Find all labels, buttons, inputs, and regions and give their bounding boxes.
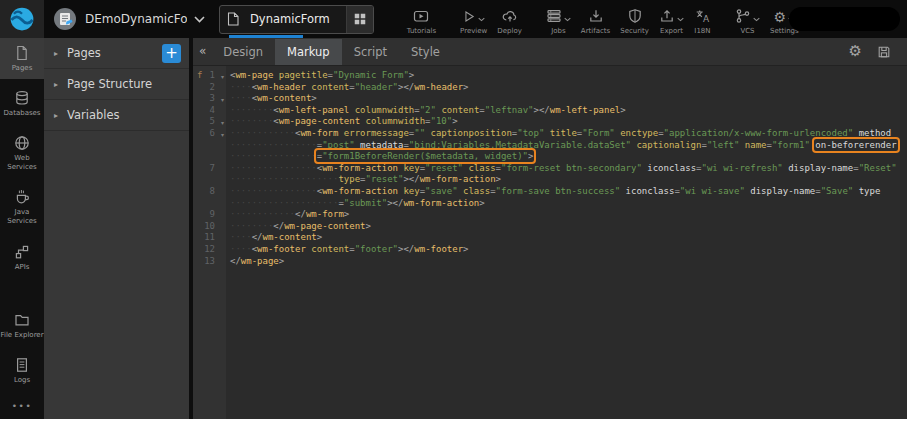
markup-code-editor[interactable]: f1▾<wm-page pagetitle="Dynamic Form">2··… (193, 66, 907, 419)
editor-tabs: DesignMarkupScriptStyle (211, 39, 452, 65)
sidebar-item-file-explorer[interactable]: File Explorer (0, 305, 44, 346)
explorer-section-page-structure[interactable]: ▸Page Structure (44, 69, 189, 100)
line-number: 3 (210, 93, 215, 105)
code-line-text: ····</wm-content> (226, 232, 322, 244)
gutter-cell: 6▾ (193, 128, 226, 140)
code-row: 7················<wm-form-action key="re… (193, 163, 907, 175)
code-row: 9············</wm-form> (193, 209, 907, 221)
code-row: ····················="submit"></wm-form-… (193, 198, 907, 210)
collapse-panel-button[interactable]: « (193, 44, 211, 60)
explorer-section-label: Page Structure (67, 77, 181, 91)
code-row: 3▾····<wm-content> (193, 93, 907, 105)
sidebar-item-label: Web Services (0, 154, 44, 172)
indent-whitespace: ···· (230, 244, 252, 254)
explorer-section-variables[interactable]: ▸Variables (44, 100, 189, 131)
project-selector[interactable]: DEmoDynamicFor... (53, 7, 205, 31)
gutter-cell: 7 (193, 163, 226, 175)
sidebar-item-apis[interactable]: APIs (0, 237, 44, 278)
tab-style[interactable]: Style (399, 39, 452, 65)
save-icon[interactable] (877, 45, 891, 59)
menu-item-preview[interactable]: Preview (460, 4, 487, 35)
chevron-down-icon (564, 17, 571, 22)
highlight-box: ="form1BeforeRender($metadata, widget)"> (317, 151, 534, 161)
indent-whitespace: ···· (230, 82, 252, 92)
menu-item-deploy[interactable]: Deploy (497, 4, 522, 35)
editor-settings-icon[interactable]: ⚙ (849, 44, 862, 59)
project-icon (53, 7, 77, 31)
gutter-cell: 11 (193, 232, 226, 244)
gutter-cell: 5▾ (193, 116, 226, 128)
pages-icon (14, 45, 30, 61)
sidebar-item-java-services[interactable]: Java Services (0, 182, 44, 232)
line-number: 6 (210, 128, 215, 140)
code-row: ················="post" metadata="bind:V… (193, 140, 907, 152)
menu-item-vcs[interactable]: VCS (735, 4, 760, 35)
gutter-cell (193, 140, 226, 152)
tab-script[interactable]: Script (342, 39, 399, 65)
menu-item-i18n[interactable]: AI18N (694, 4, 711, 35)
sidebar-item-web-services[interactable]: Web Services (0, 128, 44, 178)
code-row: 10········</wm-page-content> (193, 221, 907, 233)
code-line-text: ················="post" metadata="bind:V… (226, 140, 897, 152)
sidebar-item-logs[interactable]: Logs (0, 350, 44, 391)
menu-item-export[interactable]: Export (659, 4, 684, 35)
expander-triangle-icon: ▸ (54, 49, 58, 58)
explorer-section-label: Variables (67, 108, 181, 122)
artifacts-icon (588, 8, 604, 24)
apis-icon (14, 244, 30, 260)
code-line-text: ················<wm-form-action key="sav… (226, 186, 880, 198)
databases-icon (14, 90, 30, 106)
expander-triangle-icon: ▸ (54, 80, 58, 89)
line-number: 4 (210, 105, 215, 117)
menu-item-tutorials[interactable]: Tutorials (407, 4, 436, 35)
gutter-cell: 12 (193, 244, 226, 256)
code-line-text: <wm-page pagetitle="Dynamic Form"> (226, 70, 414, 82)
menu-item-jobs[interactable]: Jobs (546, 4, 571, 35)
menu-item-label: VCS (740, 27, 754, 35)
menu-item-label: Deploy (497, 27, 522, 35)
tab-markup[interactable]: Markup (275, 39, 342, 65)
line-number: 5 (210, 116, 215, 128)
sidebar-item-label: Logs (14, 376, 30, 385)
indent-whitespace: ········ (230, 105, 273, 115)
sidebar-item-pages[interactable]: Pages (0, 38, 44, 79)
sidebar-item-label: APIs (15, 263, 30, 272)
account-pill[interactable] (789, 7, 900, 31)
explorer-section-pages[interactable]: ▸Pages+ (44, 38, 189, 69)
code-line-text: ············<wm-form errormessage="" cap… (226, 128, 891, 140)
settings-icon: ⚙ (774, 7, 787, 26)
code-line-text: ················="form1BeforeRender($met… (226, 151, 533, 163)
chevron-down-icon (753, 17, 760, 22)
open-page-tab[interactable]: DynamicForm (219, 5, 374, 34)
menu-item-label: I18N (694, 27, 710, 35)
gutter-f-marker: f (197, 70, 202, 82)
sidebar-item-label: File Explorer (0, 331, 43, 340)
tab-design[interactable]: Design (211, 39, 275, 65)
indent-whitespace: ········ (230, 116, 273, 126)
code-line-text: ········</wm-page-content> (226, 221, 371, 233)
sidebar-more-button[interactable]: ••• (0, 391, 44, 419)
grid-view-icon[interactable] (346, 6, 373, 33)
editor-area: « DesignMarkupScriptStyle ⚙ f1▾<wm-page … (193, 38, 907, 419)
jobs-icon (546, 8, 562, 24)
line-number: 1 (210, 70, 215, 82)
indent-whitespace: ···················· (230, 198, 338, 208)
sidebar-item-label: Java Services (0, 208, 44, 226)
menu-item-label: Export (660, 27, 683, 35)
chevron-down-icon (194, 16, 205, 23)
i18n-icon: A (694, 8, 711, 24)
sidebar-item-databases[interactable]: Databases (0, 83, 44, 124)
line-number: 2 (210, 82, 215, 94)
top-bar: DEmoDynamicFor... DynamicForm TutorialsP… (0, 0, 907, 38)
code-row: 11····</wm-content> (193, 232, 907, 244)
menu-item-security[interactable]: Security (620, 4, 649, 35)
add-page-button[interactable]: + (162, 44, 181, 63)
screenshot-bottom-edge (0, 419, 907, 423)
chevron-down-icon (478, 17, 485, 22)
code-line-text: ····<wm-footer content="footer"></wm-foo… (226, 244, 469, 256)
project-name: DEmoDynamicFor... (85, 12, 187, 26)
menu-item-artifacts[interactable]: Artifacts (581, 4, 610, 35)
wavemaker-logo[interactable] (0, 0, 44, 38)
indent-whitespace: ············ (230, 209, 295, 219)
highlight-box: on-beforerender (815, 140, 896, 150)
